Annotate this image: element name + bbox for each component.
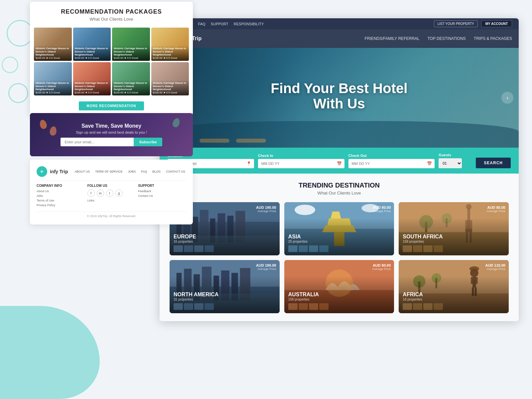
- nav-destinations[interactable]: TOP DESTINATIONS: [427, 36, 466, 41]
- card-name: Historic Carriage House in Denver's Olde…: [153, 81, 188, 91]
- thumb: [288, 245, 298, 252]
- card-price: $100.00 ★ 0.5 Good: [114, 91, 148, 94]
- thumb: [309, 245, 318, 252]
- topbar-support[interactable]: SUPPORT: [211, 22, 228, 26]
- africa-info: AFRICA 16 properties: [399, 288, 509, 313]
- thumb: [413, 303, 422, 310]
- thumb: [299, 245, 308, 252]
- search-button[interactable]: SEARCH: [476, 158, 511, 168]
- africa-price: AUD 110.00 Average Price: [485, 263, 505, 271]
- package-card[interactable]: Historic Carriage House in Denver's Olde…: [151, 28, 189, 61]
- card-price: $100.00 ★ 0.5 Good: [153, 57, 188, 60]
- footer-link-links[interactable]: Links: [87, 199, 136, 202]
- nav-referral[interactable]: FRIENDS/FAMILY REFERRAL: [365, 36, 420, 41]
- my-account-button[interactable]: MY ACCOUNT: [481, 20, 512, 27]
- north-america-name: NORTH AMERICA: [174, 292, 276, 298]
- checkout-input[interactable]: [348, 159, 435, 168]
- checkin-label: Check In: [258, 154, 344, 158]
- card-price: $100.00 ★ 0.5 Good: [153, 91, 188, 94]
- newsletter-input[interactable]: [61, 138, 134, 146]
- europe-price-label: Average Price: [256, 209, 276, 213]
- destination-australia[interactable]: AUD 80.00 Average Price AUSTRALIA 158 pr…: [284, 260, 394, 313]
- package-card[interactable]: Historic Carriage House in Denver's Olde…: [73, 28, 111, 61]
- main-nav: ✈ infy Trip FRIENDS/FAMILY REFERRAL TOP …: [160, 29, 519, 48]
- north-america-price-value: AUD 190.00: [256, 263, 276, 267]
- south-africa-price: AUD 80.00 Average Price: [487, 205, 505, 213]
- bg-circle-2: [2, 57, 18, 73]
- australia-info: AUSTRALIA 158 properties: [284, 288, 394, 313]
- hero-title-line2: With Us: [271, 96, 407, 111]
- guests-label: Guests: [439, 153, 472, 157]
- topbar-faq[interactable]: FAQ: [198, 22, 205, 26]
- hero-next-button[interactable]: ›: [501, 92, 513, 104]
- footer-link-about[interactable]: About Us: [37, 190, 85, 193]
- package-card[interactable]: Historic Carriage House in Denver's Olde…: [112, 62, 150, 95]
- footer-link-terms[interactable]: Terms of Use: [37, 199, 85, 202]
- package-card[interactable]: Historic Carriage House in Denver's Olde…: [34, 62, 72, 95]
- thumb: [299, 303, 308, 310]
- thumb: [403, 303, 412, 310]
- europe-name: EUROPE: [174, 234, 276, 240]
- calendar-icon: 📅: [427, 161, 432, 166]
- destination-asia[interactable]: AUD 80.00 Average Price ASIA 25 properti…: [284, 202, 394, 255]
- facebook-icon[interactable]: f: [87, 190, 95, 197]
- footer-nav-terms[interactable]: TERM OF SERVICE: [95, 170, 122, 173]
- africa-name: AFRICA: [403, 292, 505, 298]
- card-name: Historic Carriage House in Denver's Olde…: [75, 81, 109, 91]
- package-card[interactable]: Historic Carriage House in Denver's Olde…: [151, 62, 189, 95]
- card-name: Historic Carriage House in Denver's Olde…: [36, 47, 70, 57]
- south-africa-thumbnails: [403, 245, 505, 252]
- card-price: $100.00 ★ 0.5 Good: [75, 57, 109, 60]
- guests-select[interactable]: 01 02 03 04: [439, 158, 462, 168]
- package-card[interactable]: Historic Carriage House in Denver's Olde…: [73, 62, 111, 95]
- guests-field: Guests 01 02 03 04: [439, 153, 472, 168]
- footer-follow-col: FOLLOW US f in t g Links: [87, 184, 136, 208]
- nav-packages[interactable]: TRIPS & PACKAGES: [474, 36, 512, 41]
- footer-link-feedback[interactable]: Feedback: [138, 190, 186, 193]
- card-name: Historic Carriage House in Denver's Olde…: [153, 47, 188, 57]
- australia-price-label: Average Price: [372, 267, 391, 271]
- footer-link-privacy[interactable]: Privacy Policy: [37, 203, 85, 207]
- package-card[interactable]: Historic Carriage House in Denver's Olde…: [34, 28, 72, 61]
- north-america-info: NORTH AMERICA 16 properties: [170, 288, 280, 313]
- africa-properties: 16 properties: [403, 298, 505, 301]
- linkedin-icon[interactable]: in: [97, 190, 104, 197]
- card-price: $100.00 ★ 0.5 Good: [75, 91, 109, 94]
- footer-link-contact[interactable]: Contact Us: [138, 194, 186, 198]
- thumb: [204, 245, 214, 252]
- footer-link-jobs[interactable]: Jobs: [37, 194, 85, 198]
- newsletter-subscribe-button[interactable]: Subscribe: [134, 138, 162, 146]
- thumb: [319, 303, 329, 310]
- footer-nav-about[interactable]: ABOUT US: [74, 170, 90, 173]
- footer-logo-text: infy Trip: [50, 169, 68, 174]
- packages-grid: Historic Carriage House in Denver's Olde…: [30, 25, 193, 98]
- bg-circle-3: [8, 83, 28, 103]
- europe-thumbnails: [174, 245, 276, 252]
- footer-nav-contact[interactable]: CONTACT US: [166, 170, 185, 173]
- thumb: [288, 303, 298, 310]
- bg-circle-1: [7, 20, 33, 47]
- destination-north-america[interactable]: AUD 190.00 Average Price NORTH AMERICA 1…: [170, 260, 280, 313]
- thumb: [184, 245, 193, 252]
- twitter-icon[interactable]: t: [106, 190, 113, 197]
- hero-title-line1: Find Your Best Hotel: [271, 81, 407, 96]
- recommendation-panel: RECOMMENDATION PACKAGES What Our Clients…: [30, 2, 193, 115]
- destination-south-africa[interactable]: AUD 80.00 Average Price SOUTH AFRICA 158…: [399, 202, 509, 255]
- australia-price-value: AUD 80.00: [372, 263, 391, 267]
- google-icon[interactable]: g: [115, 190, 123, 197]
- topbar-responsibility[interactable]: RESPONSIBILITY: [234, 22, 264, 26]
- europe-price-value: AUD 190.00: [256, 205, 276, 209]
- package-card[interactable]: Historic Carriage House in Denver's Olde…: [112, 28, 150, 61]
- list-property-button[interactable]: LIST YOUR PROPERTY: [434, 20, 478, 27]
- nav-links: FRIENDS/FAMILY REFERRAL TOP DESTINATIONS…: [365, 36, 512, 41]
- checkin-input[interactable]: [258, 159, 344, 168]
- destination-africa[interactable]: AUD 110.00 Average Price AFRICA 16 prope…: [399, 260, 509, 313]
- footer-nav-blog[interactable]: BLOG: [152, 170, 161, 173]
- footer-nav: ABOUT US TERM OF SERVICE JOBS FAQ BLOG C…: [74, 170, 185, 173]
- more-recommendation-button[interactable]: MORE RECOMMENDATION: [79, 101, 144, 110]
- footer-logo-icon: ✈: [37, 166, 47, 177]
- footer-nav-faq[interactable]: FAQ: [141, 170, 147, 173]
- calendar-icon: 📅: [337, 161, 342, 166]
- footer-nav-jobs[interactable]: JOBS: [128, 170, 136, 173]
- africa-price-value: AUD 110.00: [485, 263, 505, 267]
